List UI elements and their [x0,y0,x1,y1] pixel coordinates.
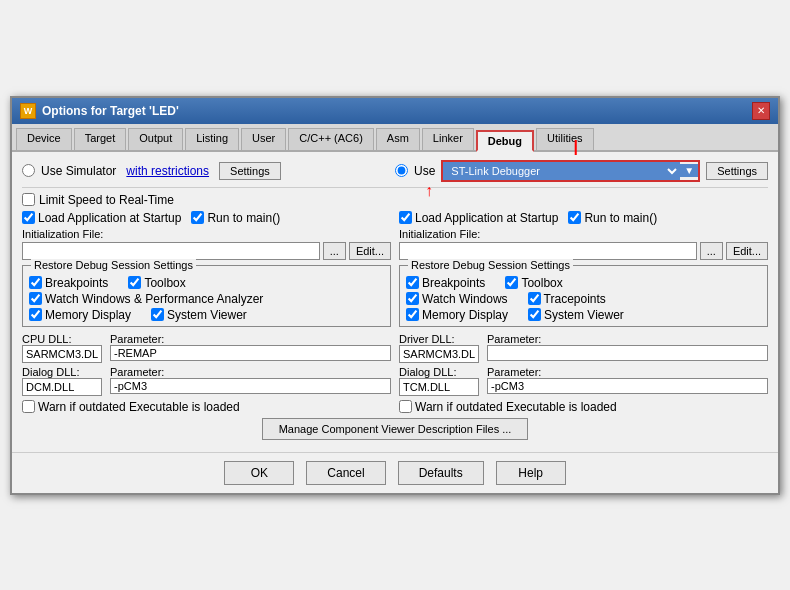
left-edit-button[interactable]: Edit... [349,242,391,260]
dropdown-arrow-icon: ▼ [680,164,698,177]
right-restore-group: Restore Debug Session Settings Breakpoin… [399,265,768,327]
left-run-to-main-label: Run to main() [207,211,280,225]
right-load-app-checkbox[interactable] [399,211,412,224]
close-button[interactable]: ✕ [752,102,770,120]
dialog-content: Use Simulator with restrictions Settings… [12,152,778,452]
simulator-settings-button[interactable]: Settings [219,162,281,180]
debugger-dropdown[interactable]: ST-Link Debugger [443,162,680,180]
use-label: Use [414,164,435,178]
right-tracepoints-label: Tracepoints [544,292,606,306]
left-dialog-param-input[interactable] [110,378,391,394]
defaults-button[interactable]: Defaults [398,461,484,485]
left-warn-label: Warn if outdated Executable is loaded [38,400,240,414]
left-restore-label: Restore Debug Session Settings [31,259,196,271]
right-dll-section: Driver DLL: Parameter: Dialog DLL: [399,333,768,396]
left-toolbox-label: Toolbox [144,276,185,290]
right-edit-button[interactable]: Edit... [726,242,768,260]
limit-speed-checkbox[interactable] [22,193,35,206]
tab-linker[interactable]: Linker [422,128,474,150]
simulator-label: Use Simulator [41,164,116,178]
right-breakpoints-checkbox[interactable] [406,276,419,289]
right-dialog-dll-label: Dialog DLL: [399,366,479,378]
right-watch-checkbox[interactable] [406,292,419,305]
annotation-arrow-1: | [574,138,578,156]
right-warn-label: Warn if outdated Executable is loaded [415,400,617,414]
manage-component-button[interactable]: Manage Component Viewer Description File… [262,418,529,440]
debugger-settings-button[interactable]: Settings [706,162,768,180]
left-dll-section: CPU DLL: Parameter: Dialog DLL: [22,333,391,396]
app-icon: W [20,103,36,119]
left-cpu-param-input[interactable] [110,345,391,361]
left-dialog-dll-input[interactable] [22,378,102,396]
right-toolbox-checkbox[interactable] [505,276,518,289]
right-driver-dll-input[interactable] [399,345,479,363]
right-toolbox-label: Toolbox [521,276,562,290]
left-run-to-main-checkbox[interactable] [191,211,204,224]
right-memory-checkbox[interactable] [406,308,419,321]
right-init-label: Initialization File: [399,228,768,240]
right-run-to-main-checkbox[interactable] [568,211,581,224]
tab-target[interactable]: Target [74,128,127,150]
ok-button[interactable]: OK [224,461,294,485]
tab-cpp[interactable]: C/C++ (AC6) [288,128,374,150]
tab-asm[interactable]: Asm [376,128,420,150]
help-button[interactable]: Help [496,461,566,485]
annotation-arrow-2: ↑ [425,182,433,200]
right-driver-param-input[interactable] [487,345,768,361]
right-load-app-label: Load Application at Startup [415,211,558,225]
tab-debug[interactable]: Debug [476,130,534,152]
left-cpu-param-label: Parameter: [110,333,391,345]
right-watch-label: Watch Windows [422,292,508,306]
title-bar: W Options for Target 'LED' ✕ [12,98,778,124]
tab-listing[interactable]: Listing [185,128,239,150]
tab-device[interactable]: Device [16,128,72,150]
right-dialog-dll-input[interactable] [399,378,479,396]
left-breakpoints-checkbox[interactable] [29,276,42,289]
main-dialog: W Options for Target 'LED' ✕ Device Targ… [10,96,780,495]
tab-utilities[interactable]: Utilities [536,128,593,150]
dialog-title: Options for Target 'LED' [42,104,179,118]
right-init-input[interactable] [399,242,697,260]
left-watch-checkbox[interactable] [29,292,42,305]
right-dialog-param-input[interactable] [487,378,768,394]
left-browse-button[interactable]: ... [323,242,346,260]
manage-btn-row: Manage Component Viewer Description File… [22,418,768,440]
right-sysviewer-checkbox[interactable] [528,308,541,321]
left-init-input[interactable] [22,242,320,260]
left-breakpoints-label: Breakpoints [45,276,108,290]
left-cpu-dll-label: CPU DLL: [22,333,102,345]
left-load-app-checkbox[interactable] [22,211,35,224]
right-column: Load Application at Startup Run to main(… [399,211,768,414]
dialog-footer: OK Cancel Defaults Help [12,452,778,493]
right-driver-param-label: Parameter: [487,333,768,345]
right-driver-dll-label: Driver DLL: [399,333,479,345]
restrictions-link[interactable]: with restrictions [126,164,209,178]
left-init-label: Initialization File: [22,228,391,240]
left-load-app-label: Load Application at Startup [38,211,181,225]
left-restore-group: Restore Debug Session Settings Breakpoin… [22,265,391,327]
tab-bar: Device Target Output Listing User C/C++ … [12,124,778,152]
use-debugger-radio[interactable] [395,164,408,177]
right-sysviewer-label: System Viewer [544,308,624,322]
left-toolbox-checkbox[interactable] [128,276,141,289]
cancel-button[interactable]: Cancel [306,461,385,485]
left-watch-label: Watch Windows & Performance Analyzer [45,292,263,306]
left-sysviewer-label: System Viewer [167,308,247,322]
two-col-section: Load Application at Startup Run to main(… [22,211,768,414]
simulator-radio[interactable] [22,164,35,177]
left-column: Load Application at Startup Run to main(… [22,211,391,414]
right-browse-button[interactable]: ... [700,242,723,260]
left-memory-label: Memory Display [45,308,131,322]
left-warn-checkbox[interactable] [22,400,35,413]
right-breakpoints-label: Breakpoints [422,276,485,290]
left-dialog-param-label: Parameter: [110,366,391,378]
left-cpu-dll-input[interactable] [22,345,102,363]
left-sysviewer-checkbox[interactable] [151,308,164,321]
tab-user[interactable]: User [241,128,286,150]
right-memory-label: Memory Display [422,308,508,322]
tab-output[interactable]: Output [128,128,183,150]
left-memory-checkbox[interactable] [29,308,42,321]
right-warn-checkbox[interactable] [399,400,412,413]
left-dialog-dll-label: Dialog DLL: [22,366,102,378]
right-tracepoints-checkbox[interactable] [528,292,541,305]
